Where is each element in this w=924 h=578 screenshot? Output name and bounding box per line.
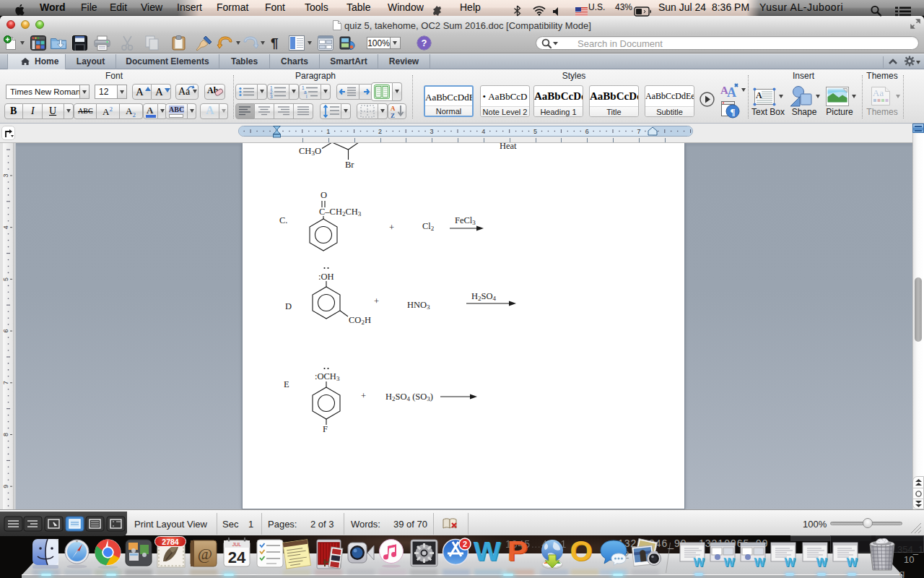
svg-text:W: W xyxy=(784,556,796,569)
svg-text:3: 3 xyxy=(430,128,434,135)
svg-text:H2SO4 (SO3): H2SO4 (SO3) xyxy=(385,392,433,402)
svg-text:7: 7 xyxy=(637,128,640,135)
svg-text:D: D xyxy=(285,301,292,311)
svg-text:5: 5 xyxy=(533,128,537,135)
svg-text:24: 24 xyxy=(228,548,246,566)
svg-text:C.: C. xyxy=(279,215,287,225)
svg-text:JUL: JUL xyxy=(232,542,242,547)
svg-text:+: + xyxy=(374,296,379,306)
svg-text:1: 1 xyxy=(326,128,330,135)
svg-text:7: 7 xyxy=(3,381,9,384)
svg-text:2: 2 xyxy=(463,540,467,548)
svg-text:3: 3 xyxy=(3,173,9,177)
svg-text:E: E xyxy=(284,379,289,389)
svg-text:W: W xyxy=(754,556,765,569)
svg-text:+: + xyxy=(389,223,394,233)
svg-text:Cl2: Cl2 xyxy=(422,221,434,232)
svg-text:F: F xyxy=(323,424,328,434)
svg-text:6: 6 xyxy=(3,329,9,333)
svg-text:W: W xyxy=(816,556,827,569)
svg-text:8: 8 xyxy=(3,433,9,436)
svg-text:CO2H: CO2H xyxy=(349,315,371,326)
svg-text:4: 4 xyxy=(3,225,9,229)
svg-text:A: A xyxy=(727,85,736,100)
svg-text:Heat: Heat xyxy=(500,143,517,151)
svg-text:2: 2 xyxy=(378,128,382,135)
svg-text:A: A xyxy=(756,90,762,100)
svg-text::OCH3: :OCH3 xyxy=(315,371,340,382)
svg-text:i: i xyxy=(306,94,307,99)
svg-text:3: 3 xyxy=(270,94,273,99)
svg-text:?: ? xyxy=(422,38,427,48)
svg-text:CH3O: CH3O xyxy=(299,146,321,157)
svg-text:Aa: Aa xyxy=(873,87,884,98)
svg-text:W: W xyxy=(693,556,705,569)
svg-text:9: 9 xyxy=(3,485,9,488)
svg-text::OH: :OH xyxy=(318,272,334,282)
svg-text:W: W xyxy=(846,556,858,569)
svg-text:@: @ xyxy=(198,545,212,563)
svg-text:Br: Br xyxy=(345,160,354,170)
svg-text:5: 5 xyxy=(3,277,9,281)
svg-text:¶: ¶ xyxy=(730,106,735,117)
svg-text:Z: Z xyxy=(391,112,395,119)
svg-text:A: A xyxy=(391,105,396,112)
svg-text:W: W xyxy=(723,556,735,569)
svg-text:O: O xyxy=(321,190,327,200)
svg-text:HNO3: HNO3 xyxy=(407,300,430,311)
svg-text:P: P xyxy=(507,535,527,567)
svg-text:FeCl3: FeCl3 xyxy=(455,215,476,226)
svg-text:+: + xyxy=(361,391,366,401)
svg-text:W: W xyxy=(474,537,502,566)
svg-text:O: O xyxy=(570,536,592,566)
svg-text:6: 6 xyxy=(585,128,589,135)
svg-text:C–CH2CH3: C–CH2CH3 xyxy=(319,207,362,217)
svg-text:H2SO4: H2SO4 xyxy=(471,291,497,302)
svg-text:4: 4 xyxy=(481,128,485,135)
